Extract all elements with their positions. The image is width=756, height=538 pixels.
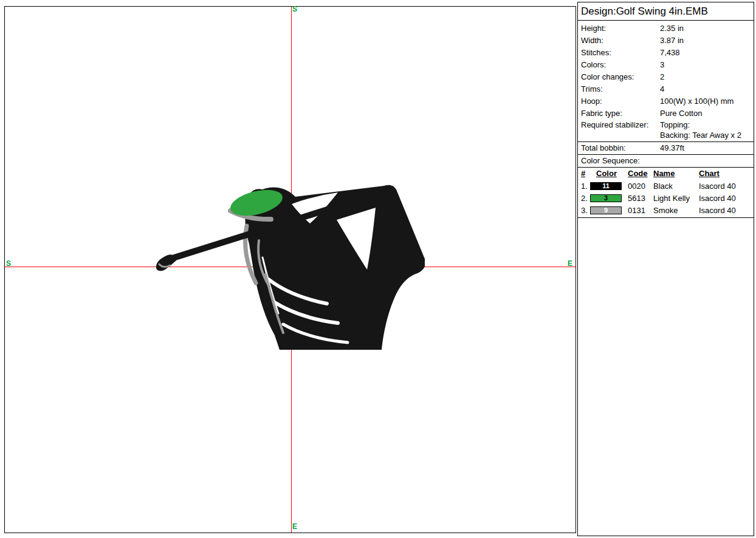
design-canvas[interactable]: S S E E [4,6,576,533]
property-label: Total bobbin: [581,142,660,154]
color-row-index: 1. [581,182,590,191]
column-header-number: # [581,168,590,180]
property-value: 2 [660,71,751,83]
thread-code: 5613 [628,194,653,203]
axis-label-right: E [568,260,572,267]
property-label: Hoop: [581,95,660,107]
color-row-index: 3. [581,206,590,215]
property-row-stitches: Stitches: 7,438 [578,47,754,59]
property-label: Colors: [581,59,660,71]
property-value: 49.37ft [660,142,751,154]
divider [578,217,754,218]
thread-name: Light Kelly [653,194,699,203]
column-header-chart: Chart [699,168,751,180]
thread-code: 0131 [628,206,653,215]
thread-name: Black [653,182,699,191]
thread-color-swatch[interactable]: 9 [590,206,622,214]
property-label: Stitches: [581,47,660,59]
property-value: 2.35 in [660,22,751,35]
thread-chart: Isacord 40 [699,206,751,215]
column-header-color: Color [590,168,628,180]
property-label: Required stabilizer: [581,120,660,130]
column-header-name: Name [653,168,699,180]
axis-label-left: S [6,260,11,267]
color-sequence-heading: Color Sequence: [578,155,754,167]
design-properties: Height: 2.35 in Width: 3.87 in Stitches:… [578,21,754,141]
design-title: Design:Golf Swing 4in.EMB [578,2,754,20]
color-sequence-table: # Color Code Name Chart 1. 11 0020 Black… [578,168,754,217]
property-label: Width: [581,35,660,47]
thread-color-swatch[interactable]: 11 [590,182,622,190]
property-value: 3 [660,59,751,71]
design-info-panel: Design:Golf Swing 4in.EMB Height: 2.35 i… [577,2,754,536]
property-value: Topping: Backing: Tear Away x 2 [660,120,751,140]
color-sequence-row: 3. 9 0131 Smoke Isacord 40 [581,204,751,216]
thread-chart: Isacord 40 [699,182,751,191]
axis-label-bottom: E [292,523,297,530]
thread-color-swatch[interactable]: 3 [590,194,622,202]
property-value: 4 [660,83,751,95]
stabilizer-backing: Backing: Tear Away x 2 [660,130,751,140]
property-value: 7,438 [660,47,751,59]
property-label: Trims: [581,83,660,95]
property-row-height: Height: 2.35 in [578,22,754,35]
column-header-code: Code [628,168,653,180]
color-sequence-row: 2. 3 5613 Light Kelly Isacord 40 [581,192,751,204]
golf-swing-design[interactable] [154,185,425,353]
property-row-color-changes: Color changes: 2 [578,71,754,83]
stabilizer-topping: Topping: [660,120,751,130]
property-row-trims: Trims: 4 [578,83,754,95]
property-label: Height: [581,22,660,35]
property-row-required-stabilizer: Required stabilizer: Topping: Backing: T… [578,120,754,141]
color-sequence-row: 1. 11 0020 Black Isacord 40 [581,180,751,192]
property-row-colors: Colors: 3 [578,59,754,71]
property-row-fabric-type: Fabric type: Pure Cotton [578,107,754,120]
property-value: 3.87 in [660,35,751,47]
property-row-hoop: Hoop: 100(W) x 100(H) mm [578,95,754,107]
thread-name: Smoke [653,206,699,215]
property-value: 100(W) x 100(H) mm [660,95,751,107]
color-row-index: 2. [581,194,590,203]
property-row-total-bobbin: Total bobbin: 49.37ft [578,142,754,154]
property-row-width: Width: 3.87 in [578,35,754,47]
color-sequence-header-row: # Color Code Name Chart [581,168,751,180]
thread-code: 0020 [628,182,653,191]
property-label: Color changes: [581,71,660,83]
axis-label-top: S [292,5,297,13]
property-value: Pure Cotton [660,107,751,120]
property-label: Fabric type: [581,107,660,120]
golf-club-head [156,254,176,271]
thread-chart: Isacord 40 [699,194,751,203]
